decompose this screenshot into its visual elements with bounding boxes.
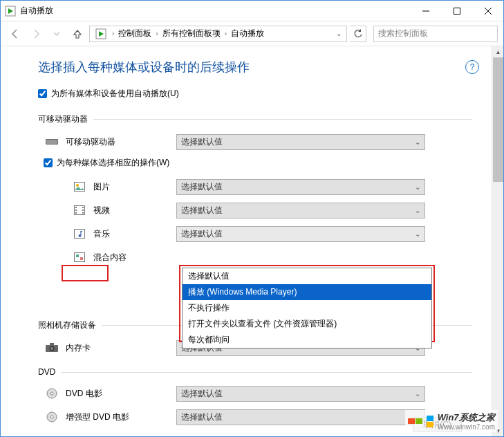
removable-drive-icon <box>44 138 60 146</box>
divider <box>61 372 472 373</box>
svg-rect-21 <box>75 253 85 262</box>
content-area: ? 选择插入每种媒体或设备时的后续操作 为所有媒体和设备使用自动播放(U) 可移… <box>1 46 503 436</box>
svg-point-20 <box>79 234 82 237</box>
media-music-label: 音乐 <box>93 228 176 240</box>
address-dropdown-icon[interactable]: ⌄ <box>334 30 344 37</box>
choose-each-input[interactable] <box>44 158 53 167</box>
section-removable: 可移动驱动器 <box>9 113 472 125</box>
removable-drive-row: 可移动驱动器 选择默认值 ⌄ <box>38 133 472 150</box>
dropdown-option-selected[interactable]: 播放 (Windows Media Player) <box>183 284 431 300</box>
use-autoplay-all-checkbox[interactable]: 为所有媒体和设备使用自动播放(U) <box>38 88 472 100</box>
watermark: Win7系统之家 Www.winwin7.com <box>405 410 498 432</box>
navbar: › 控制面板 › 所有控制面板项 › 自动播放 ⌄ 搜索控制面板 <box>1 21 503 46</box>
scroll-up-icon[interactable]: ▲ <box>493 46 503 57</box>
window: 自动播放 › 控制面板 › 所有控制面板项 › 自动播放 ⌄ 搜索控制面板 ? … <box>0 0 504 437</box>
media-music-select[interactable]: 选择默认值⌄ <box>176 226 425 242</box>
svg-rect-13 <box>75 207 77 208</box>
chevron-down-icon: ⌄ <box>415 207 420 214</box>
enhanced-dvd-select[interactable]: 选择默认值⌄ <box>176 409 425 425</box>
forward-button[interactable] <box>27 25 45 43</box>
close-button[interactable] <box>472 1 503 21</box>
svg-rect-9 <box>46 140 57 144</box>
titlebar: 自动播放 <box>1 1 503 21</box>
svg-rect-15 <box>75 212 77 214</box>
divider <box>93 119 472 120</box>
search-placeholder: 搜索控制面板 <box>378 28 428 39</box>
media-music-row: 音乐 选择默认值⌄ <box>66 225 472 242</box>
page-title: 选择插入每种媒体或设备时的后续操作 <box>38 59 472 75</box>
help-icon[interactable]: ? <box>465 60 479 74</box>
media-video-row: 视频 选择默认值⌄ <box>66 202 472 218</box>
dvd-movie-select[interactable]: 选择默认值⌄ <box>176 386 425 402</box>
watermark-url: Www.winwin7.com <box>438 424 495 431</box>
autoplay-icon <box>95 28 106 39</box>
crumb-all-items[interactable]: 所有控制面板项 <box>161 28 222 39</box>
music-icon <box>71 229 88 239</box>
video-icon <box>71 205 88 215</box>
svg-point-29 <box>50 392 53 395</box>
crumb-autoplay[interactable]: 自动播放 <box>230 28 265 39</box>
svg-rect-14 <box>75 210 77 211</box>
chevron-down-icon: ⌄ <box>415 230 420 238</box>
search-input[interactable]: 搜索控制面板 <box>373 26 498 42</box>
svg-point-31 <box>50 416 53 418</box>
watermark-brand: Win7系统之家 <box>438 412 495 422</box>
section-dvd-title: DVD <box>38 367 55 377</box>
dvd-movie-label: DVD 电影 <box>66 388 176 400</box>
svg-point-11 <box>76 184 79 187</box>
scrollbar-thumb[interactable] <box>493 57 503 182</box>
chevron-right-icon[interactable]: › <box>154 30 159 37</box>
media-pic-select[interactable]: 选择默认值⌄ <box>176 179 425 195</box>
mixed-icon <box>71 252 88 262</box>
minimize-button[interactable] <box>410 1 441 21</box>
dropdown-option[interactable]: 打开文件夹以查看文件 (文件资源管理器) <box>183 316 431 332</box>
choose-each-checkbox[interactable]: 为每种媒体选择相应的操作(W) <box>44 157 472 169</box>
media-mixed-row: 混合内容 <box>66 249 472 266</box>
svg-rect-16 <box>82 207 84 208</box>
svg-rect-25 <box>50 343 54 346</box>
svg-rect-23 <box>80 257 83 260</box>
address-breadcrumb[interactable]: › 控制面板 › 所有控制面板项 › 自动播放 ⌄ <box>89 26 347 42</box>
svg-rect-3 <box>454 8 460 14</box>
recent-dropdown[interactable] <box>48 25 66 43</box>
window-buttons <box>410 1 503 21</box>
dropdown-option[interactable]: 选择默认值 <box>183 268 431 284</box>
windows-logo-icon <box>408 418 422 424</box>
media-pic-row: 图片 选择默认值⌄ <box>66 178 472 195</box>
main-panel: ? 选择插入每种媒体或设备时的后续操作 为所有媒体和设备使用自动播放(U) 可移… <box>1 46 492 436</box>
back-button[interactable] <box>6 25 24 43</box>
section-dvd: DVD <box>9 367 472 377</box>
use-autoplay-all-input[interactable] <box>38 89 47 98</box>
dropdown-option[interactable]: 不执行操作 <box>183 300 431 316</box>
maximize-button[interactable] <box>441 1 472 21</box>
chevron-right-icon[interactable]: › <box>111 30 115 37</box>
media-pic-label: 图片 <box>93 181 176 193</box>
window-title: 自动播放 <box>20 5 53 17</box>
memory-card-label: 内存卡 <box>66 342 176 354</box>
dropdown-option[interactable]: 每次都询问 <box>183 332 431 348</box>
crumb-control-panel[interactable]: 控制面板 <box>117 28 153 39</box>
music-dropdown-list[interactable]: 选择默认值 播放 (Windows Media Player) 不执行操作 打开… <box>182 268 432 348</box>
refresh-button[interactable] <box>350 26 366 42</box>
media-video-select[interactable]: 选择默认值⌄ <box>176 203 425 218</box>
svg-rect-22 <box>76 254 79 257</box>
autoplay-app-icon <box>5 6 16 17</box>
choose-each-label: 为每种媒体选择相应的操作(W) <box>57 157 169 169</box>
enhanced-dvd-label: 增强型 DVD 电影 <box>66 411 176 423</box>
media-video-label: 视频 <box>93 205 176 216</box>
disc-icon <box>44 388 60 399</box>
removable-drive-label: 可移动驱动器 <box>66 136 176 148</box>
windows-logo-icon <box>427 416 433 427</box>
removable-drive-select[interactable]: 选择默认值 ⌄ <box>176 134 425 150</box>
svg-point-27 <box>50 347 53 350</box>
up-button[interactable] <box>68 25 86 43</box>
media-mixed-label: 混合内容 <box>93 252 176 263</box>
chevron-down-icon: ⌄ <box>415 183 420 191</box>
svg-rect-17 <box>82 210 84 211</box>
dvd-movie-row: DVD 电影 选择默认值⌄ <box>38 385 472 402</box>
chevron-down-icon: ⌄ <box>415 390 420 398</box>
chevron-right-icon[interactable]: › <box>223 30 228 37</box>
vertical-scrollbar[interactable]: ▲ ▼ <box>492 46 503 436</box>
disc-icon <box>44 411 60 422</box>
picture-icon <box>71 182 88 192</box>
